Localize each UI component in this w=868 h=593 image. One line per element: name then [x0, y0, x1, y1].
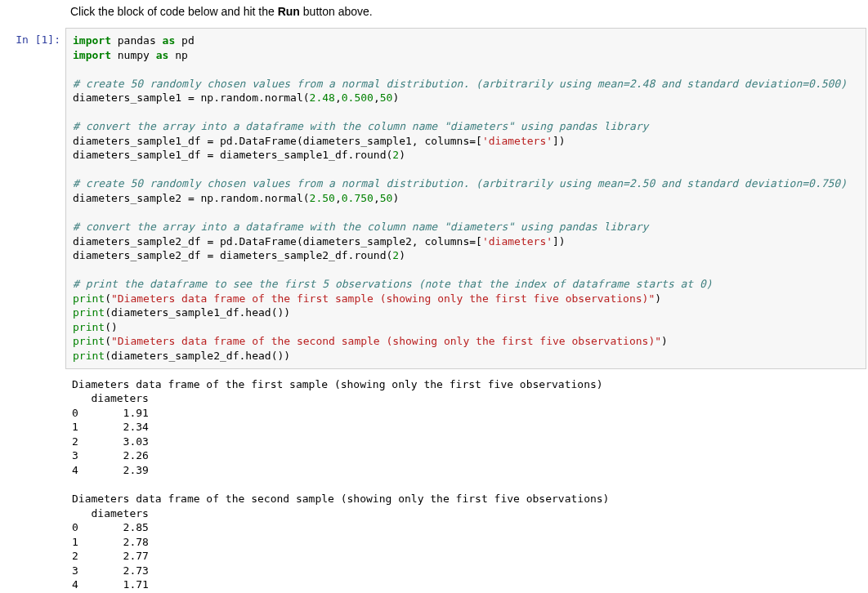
prompt-area: In [1]:	[0, 28, 65, 369]
cell-output: Diameters data frame of the first sample…	[65, 376, 868, 592]
code-input[interactable]: import pandas as pdimport numpy as np # …	[65, 28, 866, 369]
code-cell: In [1]: import pandas as pdimport numpy …	[0, 28, 868, 369]
instruction-bold: Run	[278, 5, 300, 18]
instruction-prefix: Click the block of code below and hit th…	[70, 5, 278, 18]
output-prompt-spacer	[0, 376, 65, 592]
instruction-text: Click the block of code below and hit th…	[70, 5, 868, 18]
input-prompt: In [1]:	[16, 33, 60, 46]
instruction-suffix: button above.	[300, 5, 373, 18]
output-row: Diameters data frame of the first sample…	[0, 376, 868, 592]
notebook-view: Click the block of code below and hit th…	[0, 0, 868, 593]
